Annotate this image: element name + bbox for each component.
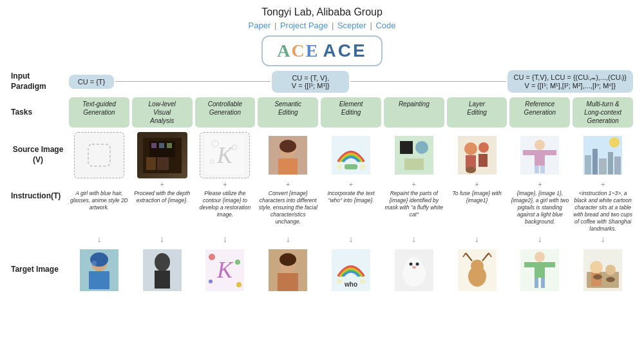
svg-point-50 <box>91 261 97 266</box>
svg-point-19 <box>337 164 342 169</box>
source-image-label: Source Image (V) <box>11 145 69 165</box>
svg-rect-34 <box>535 150 545 166</box>
svg-point-65 <box>337 279 342 284</box>
svg-rect-91 <box>545 262 555 267</box>
svg-rect-36 <box>540 166 545 173</box>
svg-rect-88 <box>535 278 538 288</box>
svg-rect-26 <box>458 136 497 175</box>
svg-rect-40 <box>585 155 591 175</box>
inst-4: Convert {image} characters into differen… <box>258 190 318 225</box>
arrow-1: ↓ <box>69 234 129 244</box>
svg-rect-37 <box>523 150 535 155</box>
header-title: Tongyi Lab, Alibaba Group <box>10 6 634 18</box>
ace-plain-logo: ACE <box>323 41 367 61</box>
svg-rect-30 <box>478 154 488 167</box>
arrow-3: ↓ <box>195 234 256 244</box>
svg-point-86 <box>535 252 545 262</box>
svg-point-75 <box>412 266 416 269</box>
project-link[interactable]: Project Page <box>280 21 328 30</box>
svg-point-70 <box>406 257 422 272</box>
plus-9: + <box>573 180 633 188</box>
source-img-4 <box>258 132 318 178</box>
code-link[interactable]: Code <box>375 21 395 30</box>
task-layer: Layer Editing <box>447 97 507 128</box>
task-text-guided: Text-guided Generation <box>69 97 129 128</box>
svg-point-57 <box>235 260 240 265</box>
page: Tongyi Lab, Alibaba Group Paper | Projec… <box>0 0 644 299</box>
sep3: | <box>370 21 374 30</box>
paradigm-box-right: CU = {T,V}, LCU = {(CUᵢ,ₘ),...,(CUᵢ)} V … <box>507 70 633 93</box>
svg-point-31 <box>466 167 476 173</box>
inst-5: Incorporate the text "who" into {image}. <box>321 190 381 204</box>
svg-rect-89 <box>541 278 545 288</box>
svg-rect-25 <box>404 158 424 170</box>
paper-link[interactable]: Paper <box>249 21 271 30</box>
svg-point-59 <box>236 282 242 287</box>
svg-point-27 <box>464 142 477 155</box>
plus-4: + <box>258 180 318 188</box>
svg-rect-35 <box>535 166 539 173</box>
inst-7: To fuse {image} with {image1} <box>447 190 507 204</box>
svg-text:K: K <box>216 142 234 168</box>
target-image-label: Target Image <box>11 265 69 275</box>
sep1: | <box>274 21 279 30</box>
task-multiturn: Multi-turn & Long-context Generation <box>573 97 633 128</box>
instruction-content: A girl with blue hair, glasses, anime st… <box>69 190 633 233</box>
source-img-2 <box>132 132 193 178</box>
target-img-4 <box>258 247 318 293</box>
ace-styled-logo: ACE <box>277 41 319 61</box>
inst-3: Please utilize the contour {image} to de… <box>195 190 256 218</box>
svg-rect-42 <box>599 158 607 175</box>
inst-6: Repaint the parts of {image} identified … <box>384 190 444 218</box>
paradigm-box-left: CU = {T} <box>69 75 114 89</box>
svg-point-98 <box>606 277 615 282</box>
source-img-6 <box>384 132 444 178</box>
header-links: Paper | Project Page | Scepter | Code <box>10 21 634 30</box>
inst-2: Proceed with the depth extraction of {im… <box>132 190 193 204</box>
scepter-link[interactable]: Scepter <box>337 21 366 30</box>
svg-rect-0 <box>88 144 110 166</box>
svg-point-20 <box>360 164 365 169</box>
input-paradigm-label: Input Paradigm <box>11 71 69 91</box>
source-img-8 <box>509 132 570 178</box>
target-img-9 <box>573 247 633 293</box>
svg-point-52 <box>155 253 170 271</box>
logo-row: ACE ACE <box>10 35 634 66</box>
arrow-5: ↓ <box>321 234 381 244</box>
plus-5: + <box>321 180 381 188</box>
inst-8: {image}, {image 1}, {image2}, a girl wit… <box>509 190 570 225</box>
svg-rect-7 <box>159 143 164 148</box>
source-img-5 <box>321 132 381 178</box>
target-img-6 <box>384 247 444 293</box>
svg-rect-6 <box>151 143 156 148</box>
source-img-9 <box>573 132 633 178</box>
plus-2: + <box>132 180 193 188</box>
source-img-3: K <box>195 132 256 178</box>
arrow-6: ↓ <box>384 234 444 244</box>
arrow-8: ↓ <box>509 234 570 244</box>
svg-point-28 <box>478 142 489 153</box>
svg-rect-41 <box>592 149 598 175</box>
inst-1: A girl with blue hair, glasses, anime st… <box>69 190 129 211</box>
svg-point-94 <box>590 261 603 274</box>
task-controllable: Controllable Generation <box>195 97 256 128</box>
task-element: Element Editing <box>321 97 381 128</box>
target-img-2 <box>132 247 193 293</box>
svg-point-97 <box>593 274 602 280</box>
task-low-level: Low-level Visual Analysis <box>132 97 193 128</box>
task-reference: Reference Generation <box>509 97 570 128</box>
svg-point-96 <box>605 265 616 275</box>
header: Tongyi Lab, Alibaba Group Paper | Projec… <box>10 6 634 30</box>
svg-rect-38 <box>545 150 556 155</box>
target-img-7 <box>447 247 507 293</box>
target-img-8 <box>509 247 570 293</box>
svg-rect-87 <box>535 262 545 278</box>
svg-rect-2 <box>146 157 156 170</box>
target-images-content: K <box>69 247 633 293</box>
svg-rect-21 <box>345 164 357 169</box>
task-semantic: Semantic Editing <box>258 97 318 128</box>
arrow-9: ↓ <box>573 234 633 244</box>
svg-rect-17 <box>278 158 298 175</box>
svg-rect-44 <box>614 157 621 175</box>
source-img-1 <box>69 132 129 178</box>
